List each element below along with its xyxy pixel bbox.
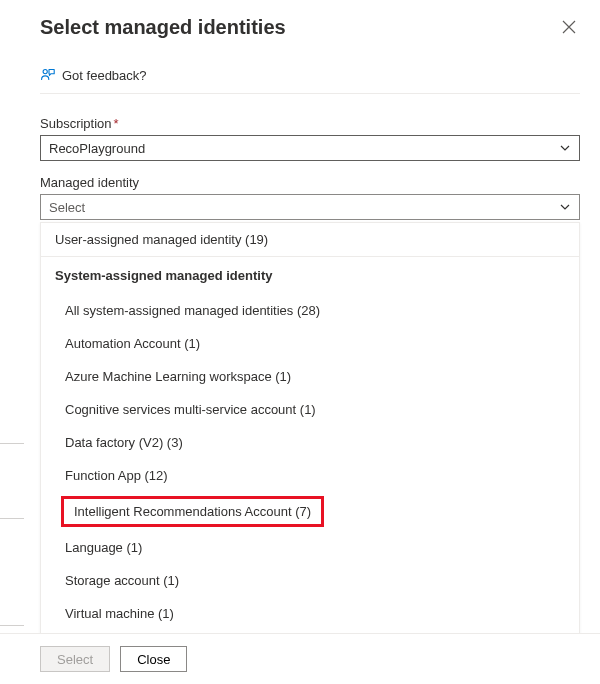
svg-point-0 <box>43 70 47 74</box>
dropdown-option[interactable]: Azure Machine Learning workspace (1) <box>41 360 579 393</box>
dropdown-option[interactable]: Virtual machine (1) <box>41 597 579 630</box>
subscription-value: RecoPlayground <box>49 141 145 156</box>
dropdown-option[interactable]: Language (1) <box>41 531 579 564</box>
dropdown-option[interactable]: Cognitive services multi-service account… <box>41 393 579 426</box>
dropdown-option-user-assigned[interactable]: User-assigned managed identity (19) <box>41 223 579 257</box>
dropdown-option[interactable]: All system-assigned managed identities (… <box>41 294 579 327</box>
managed-identity-select[interactable]: Select <box>40 194 580 220</box>
chevron-down-icon <box>559 142 571 154</box>
managed-identity-dropdown: User-assigned managed identity (19) Syst… <box>40 222 580 639</box>
feedback-icon <box>40 67 56 83</box>
feedback-text: Got feedback? <box>62 68 147 83</box>
subscription-label: Subscription* <box>40 116 580 131</box>
chevron-down-icon <box>559 201 571 213</box>
panel-title: Select managed identities <box>40 16 286 39</box>
dropdown-header-system-assigned: System-assigned managed identity <box>41 257 579 294</box>
close-panel-button[interactable] <box>558 16 580 41</box>
close-icon <box>562 20 576 34</box>
managed-identity-label: Managed identity <box>40 175 580 190</box>
select-button: Select <box>40 646 110 672</box>
managed-identity-placeholder: Select <box>49 200 85 215</box>
dropdown-option-highlighted[interactable]: Intelligent Recommendations Account (7) <box>41 492 579 531</box>
subscription-select[interactable]: RecoPlayground <box>40 135 580 161</box>
dropdown-option[interactable]: Data factory (V2) (3) <box>41 426 579 459</box>
close-button[interactable]: Close <box>120 646 187 672</box>
feedback-link[interactable]: Got feedback? <box>40 67 580 94</box>
footer: Select Close <box>0 633 600 684</box>
dropdown-option[interactable]: Storage account (1) <box>41 564 579 597</box>
dropdown-option[interactable]: Automation Account (1) <box>41 327 579 360</box>
dropdown-option[interactable]: Function App (12) <box>41 459 579 492</box>
